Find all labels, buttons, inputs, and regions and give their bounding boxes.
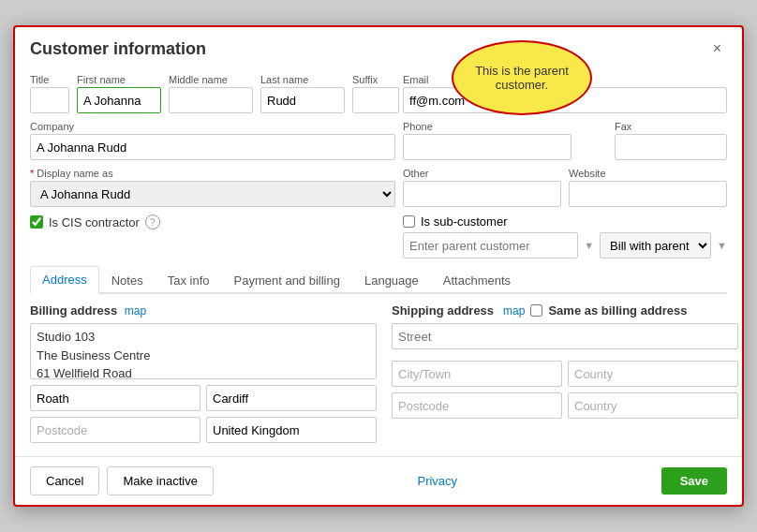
phone-input[interactable] bbox=[403, 134, 571, 160]
other-website-row: Other Website bbox=[403, 168, 727, 207]
shipping-address-col: Shipping address map Same as billing add… bbox=[392, 303, 738, 443]
shipping-map-link[interactable]: map bbox=[503, 304, 525, 318]
sub-customer-section: Is sub-customer ▼ Bill with parent ▼ bbox=[403, 214, 727, 259]
billing-postcode-input[interactable] bbox=[30, 417, 200, 443]
lastname-label: Last name bbox=[260, 74, 345, 85]
modal-header: Customer information × bbox=[15, 27, 742, 66]
billing-postcode-country-row bbox=[30, 417, 377, 443]
title-label: Title bbox=[30, 74, 69, 85]
suffix-label: Suffix bbox=[352, 74, 399, 85]
displayname-label: Display name as bbox=[30, 168, 395, 179]
customer-info-modal: Customer information × This is the paren… bbox=[13, 25, 744, 507]
billing-city-input[interactable] bbox=[30, 385, 200, 411]
cancel-button[interactable]: Cancel bbox=[30, 466, 99, 495]
name-row: Title First name Middle name Last n bbox=[30, 74, 395, 113]
make-inactive-button[interactable]: Make inactive bbox=[107, 466, 213, 495]
other-label: Other bbox=[403, 168, 561, 179]
address-section: Billing address map Studio 103The Busine… bbox=[30, 303, 727, 443]
phone-fax-row: Phone Fax bbox=[403, 121, 727, 160]
fax-input[interactable] bbox=[615, 134, 727, 160]
shipping-county-input[interactable] bbox=[568, 361, 738, 387]
billing-map-link[interactable]: map bbox=[125, 304, 146, 318]
website-label: Website bbox=[569, 168, 727, 179]
parent-customer-input[interactable] bbox=[403, 232, 578, 259]
suffix-input[interactable] bbox=[352, 87, 399, 113]
website-input[interactable] bbox=[569, 181, 727, 207]
phone-group: Phone bbox=[403, 121, 571, 160]
billing-county-input[interactable] bbox=[206, 385, 377, 411]
bill-with-parent-select[interactable]: Bill with parent bbox=[600, 232, 711, 259]
sub-customer-checkbox[interactable] bbox=[403, 215, 415, 228]
middlename-input[interactable] bbox=[169, 87, 253, 113]
billing-address-col: Billing address map Studio 103The Busine… bbox=[30, 303, 377, 443]
cis-label: Is CIS contractor bbox=[49, 215, 140, 229]
title-group: Title bbox=[30, 74, 69, 113]
firstname-group: First name bbox=[77, 74, 161, 113]
other-group: Other bbox=[403, 168, 561, 207]
billing-street-wrap: Studio 103The Business Centre61 Wellfiel… bbox=[30, 323, 377, 379]
tooltip-bubble: This is the parent customer. bbox=[452, 40, 592, 115]
tab-taxinfo[interactable]: Tax info bbox=[156, 266, 222, 294]
billing-country-input[interactable] bbox=[206, 417, 377, 443]
shipping-country-input[interactable] bbox=[568, 392, 738, 419]
shipping-label-text: Shipping address bbox=[392, 303, 494, 318]
company-input[interactable] bbox=[30, 134, 395, 160]
help-icon[interactable]: ? bbox=[145, 214, 160, 229]
suffix-group: Suffix bbox=[352, 74, 399, 113]
website-group: Website bbox=[569, 168, 727, 207]
name-section: Title First name Middle name Last n bbox=[30, 74, 727, 259]
phone-label: Phone bbox=[403, 121, 571, 132]
middlename-label: Middle name bbox=[169, 74, 253, 85]
lastname-input[interactable] bbox=[260, 87, 345, 113]
save-button[interactable]: Save bbox=[661, 467, 727, 495]
shipping-postcode-country-row bbox=[392, 392, 738, 419]
parent-customer-row: ▼ Bill with parent ▼ bbox=[403, 232, 727, 259]
close-button[interactable]: × bbox=[707, 38, 727, 59]
other-input[interactable] bbox=[403, 181, 561, 207]
shipping-city-county-row bbox=[392, 361, 738, 387]
middlename-group: Middle name bbox=[169, 74, 253, 113]
shipping-city-input[interactable] bbox=[392, 361, 562, 387]
modal-title: Customer information bbox=[30, 39, 206, 59]
company-label: Company bbox=[30, 121, 395, 132]
same-as-billing-checkbox[interactable] bbox=[530, 304, 542, 317]
modal-body: Title First name Middle name Last n bbox=[15, 66, 742, 449]
displayname-group: Display name as A Johanna Rudd bbox=[30, 168, 395, 207]
cis-row: Is CIS contractor ? bbox=[30, 214, 395, 229]
sub-customer-label: Is sub-customer bbox=[421, 214, 507, 229]
firstname-label: First name bbox=[77, 74, 161, 85]
cis-checkbox[interactable] bbox=[30, 215, 43, 229]
title-input[interactable] bbox=[30, 87, 69, 113]
shipping-label-row: Shipping address map Same as billing add… bbox=[392, 303, 738, 318]
billing-label-text: Billing address bbox=[30, 303, 117, 318]
tabs-bar: Address Notes Tax info Payment and billi… bbox=[30, 266, 727, 294]
fax-group: Fax bbox=[615, 121, 727, 160]
lastname-group: Last name bbox=[260, 74, 345, 113]
left-col: Title First name Middle name Last n bbox=[30, 74, 395, 259]
tab-notes[interactable]: Notes bbox=[99, 266, 156, 294]
tab-address[interactable]: Address bbox=[30, 266, 99, 294]
tab-payment[interactable]: Payment and billing bbox=[221, 266, 351, 294]
privacy-link[interactable]: Privacy bbox=[417, 474, 457, 488]
tab-language[interactable]: Language bbox=[352, 266, 431, 294]
billing-street-area[interactable]: Studio 103The Business Centre61 Wellfiel… bbox=[30, 323, 377, 379]
shipping-postcode-input[interactable] bbox=[392, 392, 562, 419]
firstname-input[interactable] bbox=[77, 87, 161, 113]
shipping-street-input[interactable] bbox=[392, 323, 738, 349]
sub-customer-row: Is sub-customer bbox=[403, 214, 727, 229]
billing-label: Billing address map bbox=[30, 303, 377, 318]
tooltip-text: This is the parent customer. bbox=[463, 64, 581, 92]
footer-center: Privacy bbox=[214, 474, 661, 488]
modal-overlay: Customer information × This is the paren… bbox=[0, 0, 757, 532]
tab-attachments[interactable]: Attachments bbox=[431, 266, 523, 294]
billing-city-county-row bbox=[30, 385, 377, 411]
tab-content-address: Billing address map Studio 103The Busine… bbox=[30, 294, 727, 449]
modal-footer: Cancel Make inactive Privacy Save bbox=[15, 456, 742, 505]
company-group: Company bbox=[30, 121, 395, 160]
fax-label: Fax bbox=[615, 121, 727, 132]
same-as-billing-label: Same as billing address bbox=[548, 303, 687, 318]
displayname-select[interactable]: A Johanna Rudd bbox=[30, 181, 395, 207]
